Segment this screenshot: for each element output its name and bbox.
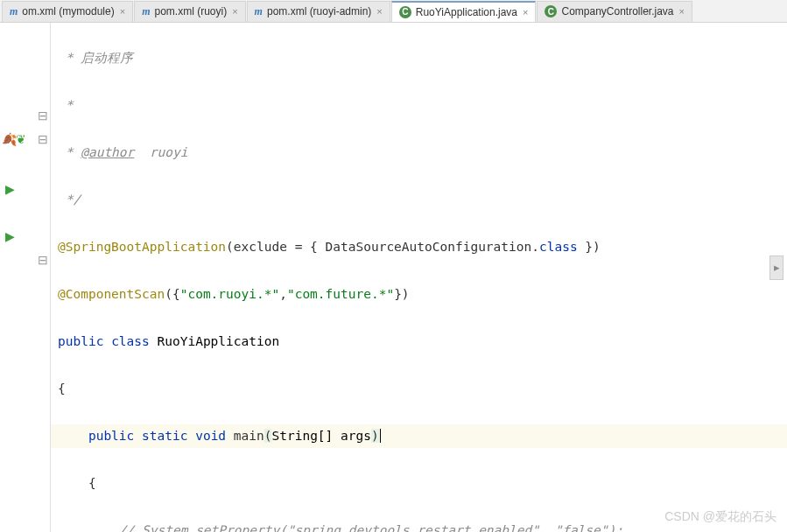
code-line: @SpringBootApplication(exclude = { DataS…: [51, 235, 787, 259]
tab-company-controller[interactable]: CCompanyController.java×: [537, 1, 692, 22]
editor-area: ⊟ 🍂 ❦ ⊟ ▶ ▶ ⊟ * 启动程序 * * @author ruoyi *…: [0, 23, 787, 532]
maven-icon: m: [255, 5, 263, 18]
java-class-icon: C: [545, 5, 557, 18]
fold-icon[interactable]: ⊟: [38, 253, 48, 267]
comment-text: * 启动程序: [58, 51, 133, 65]
tab-pom-ruoyi[interactable]: mpom.xml (ruoyi)×: [134, 1, 245, 22]
java-class-icon: C: [399, 6, 411, 18]
scroll-right-button[interactable]: ▸: [769, 256, 783, 280]
maven-icon: m: [142, 5, 150, 18]
code-line: {: [51, 472, 787, 495]
code-editor[interactable]: * 启动程序 * * @author ruoyi */ @SpringBootA…: [51, 23, 787, 532]
comment-text: */: [58, 192, 81, 206]
tab-ruoyi-application[interactable]: CRuoYiApplication.java×: [391, 1, 537, 22]
comment-text: // System.setProperty("spring.devtools.r…: [58, 523, 623, 532]
close-icon[interactable]: ×: [376, 6, 382, 17]
gutter[interactable]: ⊟ 🍂 ❦ ⊟ ▶ ▶ ⊟: [0, 23, 51, 532]
code-line-current: public static void main(String[] args): [51, 424, 787, 448]
code-line: @ComponentScan({"com.ruoyi.*","com.futur…: [51, 283, 787, 306]
bean-icon[interactable]: 🍂: [2, 132, 17, 146]
fold-icon[interactable]: ⊟: [38, 132, 48, 146]
close-icon[interactable]: ×: [523, 7, 528, 18]
close-icon[interactable]: ×: [232, 6, 237, 17]
code-line: public class RuoYiApplication: [51, 330, 787, 354]
text-caret: [380, 429, 381, 443]
fold-icon[interactable]: ⊟: [38, 108, 48, 122]
editor-tabs: mom.xml (mymodule)× mpom.xml (ruoyi)× mp…: [0, 0, 787, 23]
code-line: {: [51, 377, 787, 401]
comment-text: *: [58, 98, 73, 112]
watermark-text: CSDN @爱花的石头: [664, 509, 776, 525]
tab-pom-mymodule[interactable]: mom.xml (mymodule)×: [2, 1, 133, 22]
run-icon[interactable]: ▶: [5, 229, 15, 243]
tab-pom-ruoyi-admin[interactable]: mpom.xml (ruoyi-admin)×: [247, 1, 390, 22]
comment-text: * @author ruoyi: [58, 145, 187, 159]
maven-icon: m: [10, 5, 18, 18]
close-icon[interactable]: ×: [679, 6, 685, 17]
close-icon[interactable]: ×: [120, 6, 125, 17]
spring-icon[interactable]: ❦: [16, 132, 26, 146]
run-icon[interactable]: ▶: [5, 182, 15, 196]
